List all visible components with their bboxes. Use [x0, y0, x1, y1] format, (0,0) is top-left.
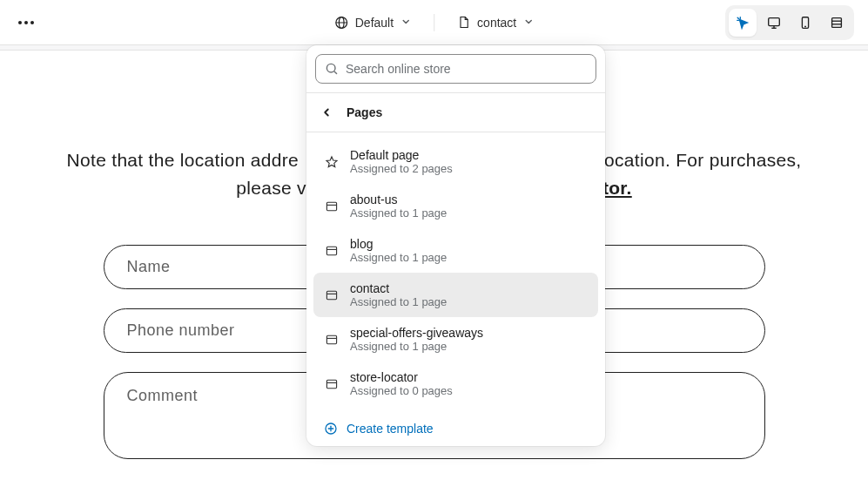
svg-point-2: [30, 21, 34, 24]
template-dropdown: Pages Default pageAssigned to 2 pagesabo…: [306, 45, 605, 446]
search-input[interactable]: [346, 62, 587, 76]
template-name: Default page: [350, 148, 453, 162]
device-switcher: [725, 5, 854, 40]
svg-rect-11: [832, 17, 842, 27]
template-subtitle: Assigned to 1 page: [350, 295, 447, 308]
chevron-down-icon: [400, 16, 411, 30]
template-name: about-us: [350, 193, 447, 206]
comment-placeholder: Comment: [127, 387, 198, 404]
create-template-button[interactable]: Create template: [306, 413, 605, 439]
svg-point-14: [326, 64, 335, 72]
phone-placeholder: Phone number: [127, 321, 235, 339]
template-item-blog[interactable]: blogAssigned to 1 page: [313, 228, 598, 273]
svg-point-0: [18, 21, 22, 24]
svg-rect-18: [326, 247, 336, 255]
mobile-view-button[interactable]: [791, 9, 819, 37]
svg-point-1: [24, 21, 28, 24]
template-subtitle: Assigned to 1 page: [350, 340, 483, 353]
dropdown-header[interactable]: Pages: [306, 92, 605, 132]
template-item-about-us[interactable]: about-usAssigned to 1 page: [313, 184, 598, 228]
create-template-label: Create template: [347, 422, 434, 436]
chevron-down-icon: [523, 16, 534, 30]
dropdown-header-label: Pages: [347, 105, 382, 119]
template-item-contact[interactable]: contactAssigned to 1 page: [313, 273, 598, 317]
template-name: special-offers-giveaways: [350, 326, 483, 340]
plus-circle-icon: [324, 422, 338, 436]
template-subtitle: Assigned to 1 page: [350, 206, 447, 220]
template-item-default-page[interactable]: Default pageAssigned to 2 pages: [313, 139, 598, 184]
intro-link-tail[interactable]: tor.: [602, 178, 632, 198]
template-item-store-locator[interactable]: store-locatorAssigned to 0 pages: [313, 362, 598, 406]
intro-text-left: Note that the location addre: [67, 150, 299, 170]
page-icon: [457, 16, 470, 29]
window-icon: [324, 288, 340, 302]
template-name: blog: [350, 237, 447, 251]
desktop-view-button[interactable]: [760, 9, 788, 37]
theme-label: Default: [355, 16, 394, 30]
template-name: store-locator: [350, 370, 453, 384]
template-subtitle: Assigned to 1 page: [350, 251, 447, 264]
template-list: Default pageAssigned to 2 pagesabout-usA…: [306, 132, 605, 413]
star-icon: [324, 155, 340, 169]
topbar: Default contact: [0, 0, 868, 45]
search-box[interactable]: [315, 54, 596, 84]
divider: [434, 14, 434, 31]
template-subtitle: Assigned to 0 pages: [350, 384, 453, 397]
name-placeholder: Name: [127, 258, 171, 275]
window-icon: [324, 333, 340, 347]
search-icon: [325, 62, 339, 76]
svg-rect-16: [326, 202, 336, 211]
window-icon: [324, 199, 340, 213]
chevron-left-icon: [320, 106, 333, 118]
theme-selector[interactable]: Default: [326, 10, 420, 35]
template-subtitle: Assigned to 2 pages: [350, 162, 453, 175]
fullscreen-view-button[interactable]: [823, 9, 851, 37]
svg-rect-20: [326, 291, 336, 300]
page-selector[interactable]: contact: [448, 10, 542, 35]
globe-icon: [334, 16, 348, 30]
svg-rect-6: [769, 17, 780, 25]
svg-rect-22: [326, 335, 336, 344]
window-icon: [324, 244, 340, 258]
template-name: contact: [350, 281, 447, 295]
svg-rect-24: [326, 380, 336, 389]
inspector-button[interactable]: [729, 9, 757, 37]
window-icon: [324, 377, 340, 391]
page-label: contact: [477, 16, 516, 30]
template-item-special-offers-giveaways[interactable]: special-offers-giveawaysAssigned to 1 pa…: [313, 317, 598, 362]
svg-line-15: [334, 71, 336, 73]
more-menu-button[interactable]: [14, 10, 38, 35]
